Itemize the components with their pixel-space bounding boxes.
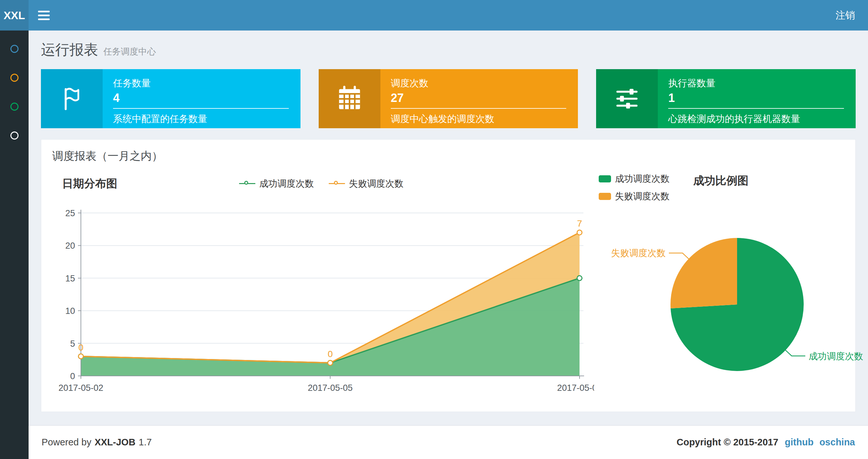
info-box-label: 任务数量 — [113, 77, 289, 90]
svg-text:10: 10 — [65, 306, 75, 316]
date-distribution-chart[interactable]: 05101520252017-05-022017-05-052017-05-08… — [49, 196, 594, 400]
sidebar-item-4-circle-icon[interactable] — [10, 131, 19, 139]
svg-text:0: 0 — [78, 342, 84, 353]
calendar-icon — [319, 69, 380, 128]
line-legend-item-1[interactable]: 成功调度次数 — [239, 177, 314, 190]
svg-text:成功调度次数: 成功调度次数 — [809, 351, 863, 361]
copyright-text: Copyright © 2015-2017 — [677, 437, 778, 448]
legend-swatch-icon — [599, 175, 611, 183]
line-legend-item-2[interactable]: 失败调度次数 — [329, 177, 403, 190]
oschina-link[interactable]: oschina — [819, 437, 855, 448]
date-distribution-section: 日期分布图 成功调度次数失败调度次数 05101520252017-05-022… — [49, 171, 594, 402]
svg-text:5: 5 — [70, 339, 75, 349]
panel-title: 调度报表（一月之内） — [41, 139, 855, 167]
info-box-description: 调度中心触发的调度次数 — [391, 112, 566, 126]
svg-text:2017-05-05: 2017-05-05 — [308, 383, 352, 393]
brand-name: XXL-JOB — [95, 437, 135, 447]
info-box-value: 1 — [668, 91, 844, 105]
legend-line-marker-icon — [329, 181, 345, 187]
svg-text:25: 25 — [65, 208, 75, 218]
svg-text:2017-05-08: 2017-05-08 — [557, 383, 594, 393]
content-header: 运行报表 任务调度中心 — [29, 31, 868, 59]
info-box-value: 27 — [391, 91, 566, 105]
page-title: 运行报表 任务调度中心 — [41, 40, 856, 59]
summary-boxes: 任务数量 4 系统中配置的任务数量 — [41, 69, 856, 128]
info-box-label: 执行器数量 — [668, 77, 844, 90]
sidebar-toggle-icon[interactable] — [29, 0, 59, 31]
info-box-jobs: 任务数量 4 系统中配置的任务数量 — [41, 69, 301, 128]
divider — [668, 108, 844, 109]
svg-text:2017-05-02: 2017-05-02 — [59, 383, 103, 393]
powered-by: Powered byXXL-JOB1.7 — [41, 437, 155, 448]
info-box-executors: 执行器数量 1 心跳检测成功的执行器机器数量 — [596, 69, 856, 128]
line-chart-legend: 成功调度次数失败调度次数 — [49, 171, 594, 196]
sidebar-item-3-circle-icon[interactable] — [10, 103, 19, 111]
flag-icon — [41, 69, 103, 128]
success-ratio-pie-chart[interactable]: 成功调度次数失败调度次数 — [594, 207, 868, 389]
legend-swatch-icon — [599, 193, 611, 200]
report-panel: 调度报表（一月之内） 日期分布图 成功调度次数失败调度次数 0510152025… — [41, 139, 856, 412]
sidebar-item-1-circle-icon[interactable] — [10, 45, 19, 53]
info-box-value: 4 — [113, 91, 289, 105]
info-box-triggers: 调度次数 27 调度中心触发的调度次数 — [319, 69, 578, 128]
top-navbar: XXL 注销 — [0, 0, 868, 31]
pie-chart-legend: 成功调度次数失败调度次数 — [599, 173, 670, 202]
version-number: 1.7 — [139, 437, 152, 447]
logout-link[interactable]: 注销 — [823, 0, 868, 31]
info-box-description: 心跳检测成功的执行器机器数量 — [668, 112, 844, 126]
sidebar — [0, 31, 29, 459]
svg-text:7: 7 — [577, 219, 582, 229]
pie-chart-title: 成功比例图 — [693, 173, 748, 188]
info-box-label: 调度次数 — [391, 77, 566, 90]
legend-label: 失败调度次数 — [349, 177, 403, 190]
legend-label: 失败调度次数 — [615, 190, 670, 202]
svg-text:15: 15 — [65, 274, 75, 284]
sliders-icon — [596, 69, 658, 128]
sidebar-item-2-circle-icon[interactable] — [10, 74, 19, 82]
page-subtitle: 任务调度中心 — [103, 46, 156, 58]
svg-text:0: 0 — [328, 349, 333, 359]
svg-text:0: 0 — [70, 371, 75, 381]
info-box-description: 系统中配置的任务数量 — [113, 112, 289, 126]
pie-legend-item-2[interactable]: 失败调度次数 — [599, 190, 670, 202]
page-title-text: 运行报表 — [41, 40, 98, 59]
success-ratio-section: 成功调度次数失败调度次数 成功比例图 成功调度次数失败调度次数 — [594, 171, 851, 402]
app-logo[interactable]: XXL — [0, 0, 29, 31]
content-area: 运行报表 任务调度中心 任务数量 4 系统中配置的任务数量 — [29, 31, 868, 425]
pie-legend-item-1[interactable]: 成功调度次数 — [599, 173, 670, 185]
legend-label: 成功调度次数 — [615, 173, 670, 185]
divider — [113, 108, 289, 109]
github-link[interactable]: github — [785, 437, 814, 448]
svg-text:20: 20 — [65, 241, 75, 251]
legend-label: 成功调度次数 — [259, 177, 314, 190]
page-footer: Powered byXXL-JOB1.7 Copyright © 2015-20… — [29, 425, 868, 459]
svg-text:失败调度次数: 失败调度次数 — [611, 248, 665, 258]
legend-line-marker-icon — [239, 181, 255, 187]
divider — [391, 108, 566, 109]
